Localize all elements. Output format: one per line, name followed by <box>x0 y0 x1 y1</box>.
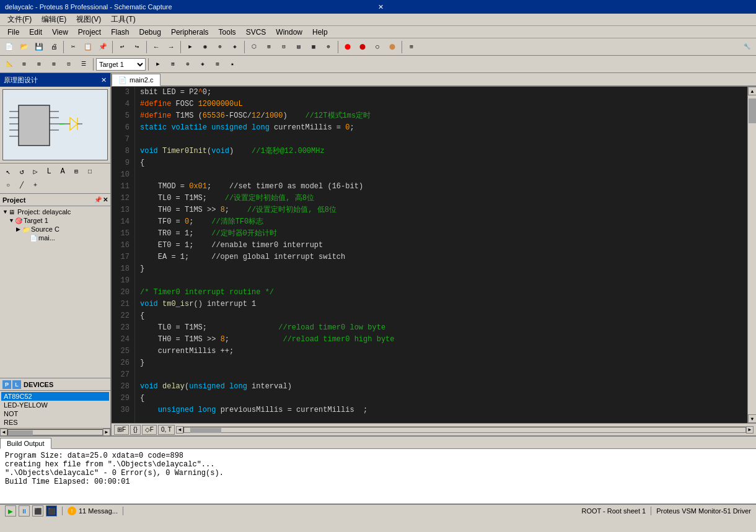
tb-b2[interactable]: ◉ <box>198 40 212 54</box>
tree-project-root[interactable]: ▼ 🖥 Project: delaycalc <box>1 207 109 216</box>
tb-b7[interactable]: ⊟ <box>277 40 291 54</box>
menu-tool-cn[interactable]: 工具(T) <box>106 13 140 26</box>
code-tab-main2c[interactable]: 📄 main2.c <box>112 74 160 86</box>
bt-btn-f[interactable]: ⊞F <box>114 425 129 435</box>
tb-b5[interactable]: ⬡ <box>247 40 261 54</box>
tb-b3[interactable]: ⊕ <box>213 40 227 54</box>
menu-peripherals[interactable]: Peripherals <box>166 27 214 38</box>
device-at89c52[interactable]: AT89C52 <box>1 392 109 401</box>
scroll-right-btn[interactable]: ▶ <box>103 429 110 436</box>
tb-redo[interactable]: ↪ <box>130 40 144 54</box>
bt-btn-diamond[interactable]: ◇F <box>142 425 157 435</box>
device-res[interactable]: RES <box>1 418 109 427</box>
tb-paste[interactable]: 📌 <box>96 40 110 54</box>
tb-b1[interactable]: ▶ <box>183 40 197 54</box>
pause-btn[interactable]: ⏸ <box>19 505 30 517</box>
lt-arrow[interactable]: ↖ <box>1 165 15 178</box>
title-close[interactable]: ✕ <box>378 3 751 11</box>
tb-new[interactable]: 📄 <box>2 40 16 54</box>
scroll-up-btn[interactable]: ▲ <box>748 87 756 95</box>
tb-r2b3[interactable]: ⊞ <box>32 58 46 71</box>
devices-tab-p[interactable]: P <box>2 380 11 389</box>
bt-btn-braces[interactable]: {} <box>130 425 141 435</box>
lt-bus[interactable]: ⊞ <box>69 165 83 178</box>
tb-b13[interactable]: ◯ <box>371 40 384 54</box>
tb-b16[interactable]: 🔧 <box>740 40 754 54</box>
menu-edit[interactable]: Edit <box>24 27 47 38</box>
lt-circle[interactable]: ○ <box>1 178 15 192</box>
tb-cut[interactable]: ✂ <box>66 40 80 54</box>
tb-r2b10[interactable]: ◈ <box>196 58 209 71</box>
tb-r2b4[interactable]: ⊞ <box>47 58 61 71</box>
menu-file-cn[interactable]: 文件(F) <box>2 13 37 26</box>
code-scroll-right[interactable]: ▶ <box>746 426 754 434</box>
menu-svcs[interactable]: SVCS <box>241 27 271 38</box>
lt-gate[interactable]: ▷ <box>29 165 42 178</box>
tb-copy[interactable]: 📋 <box>81 40 95 54</box>
tb-b9[interactable]: ▦ <box>307 40 320 54</box>
device-led-yellow[interactable]: LED-YELLOW <box>1 401 109 409</box>
tb-b14[interactable]: ⬤ <box>385 40 399 54</box>
tree-main[interactable]: 📄 mai... <box>1 233 109 242</box>
tb-r2b11[interactable]: ⊞ <box>211 58 224 71</box>
tb-schematic[interactable]: 📐 <box>2 58 16 71</box>
code-scroll-thumb[interactable] <box>190 428 221 433</box>
tree-source[interactable]: ▶ 📁 Source C <box>1 225 109 233</box>
tb-forward[interactable]: → <box>164 40 178 54</box>
tb-b6[interactable]: ⊞ <box>262 40 276 54</box>
tb-r2b8[interactable]: ⊠ <box>166 58 180 71</box>
lt-label[interactable]: L <box>42 165 56 178</box>
tb-b8[interactable]: ▤ <box>292 40 305 54</box>
stop-btn[interactable]: ⬛ <box>32 505 43 517</box>
tb-b11[interactable]: ⬤ <box>341 40 354 54</box>
tb-r2b6[interactable]: ☰ <box>77 58 90 71</box>
menu-project[interactable]: Project <box>73 27 106 38</box>
bt-btn-coord[interactable]: 0, T <box>158 425 175 435</box>
play-btn[interactable]: ▶ <box>5 505 16 517</box>
tb-save[interactable]: 💾 <box>32 40 46 54</box>
project-pin[interactable]: 📌 <box>94 196 102 203</box>
scroll-thumb-h[interactable] <box>8 430 33 435</box>
step-btn[interactable]: ⬛ <box>46 505 57 517</box>
tb-r2b7[interactable]: ▶ <box>151 58 165 71</box>
code-text[interactable]: sbit LED = P2^0; #define FOSC 12000000uL… <box>135 87 747 423</box>
scroll-thumb-v[interactable] <box>749 98 756 123</box>
tb-b10[interactable]: ⊕ <box>322 40 335 54</box>
lt-box[interactable]: □ <box>83 165 97 178</box>
tb-r2b9[interactable]: ⊕ <box>181 58 195 71</box>
scroll-left-btn[interactable]: ◀ <box>0 429 7 436</box>
tb-r2b12[interactable]: ★ <box>226 58 239 71</box>
build-output-tab[interactable]: Build Output <box>0 438 51 449</box>
tb-open[interactable]: 📂 <box>17 40 31 54</box>
menu-view[interactable]: View <box>47 27 73 38</box>
menu-tools[interactable]: Tools <box>214 27 241 38</box>
project-close-btn[interactable]: ✕ <box>103 196 108 203</box>
tb-b4[interactable]: ◈ <box>228 40 242 54</box>
lt-marker[interactable]: + <box>29 178 42 192</box>
tb-undo[interactable]: ↩ <box>115 40 129 54</box>
tb-b12[interactable]: ⬤ <box>356 40 369 54</box>
lt-line[interactable]: ╱ <box>15 178 29 192</box>
menu-debug[interactable]: Debug <box>134 27 166 38</box>
menu-edit-cn[interactable]: 编辑(E) <box>37 13 71 26</box>
lt-text[interactable]: A <box>56 165 69 178</box>
menu-file[interactable]: File <box>2 27 24 38</box>
tb-b15[interactable]: ⊞ <box>405 40 418 54</box>
device-not[interactable]: NOT <box>1 409 109 418</box>
devices-tab-l[interactable]: L <box>12 380 21 389</box>
code-scroll-left[interactable]: ◀ <box>176 426 183 434</box>
target-dropdown[interactable]: Target 1 <box>96 58 146 71</box>
tb-r2b5[interactable]: ⊡ <box>62 58 76 71</box>
menu-help[interactable]: Help <box>307 27 333 38</box>
tb-r2b2[interactable]: ⊞ <box>17 58 31 71</box>
menu-window[interactable]: Window <box>271 27 307 38</box>
menu-flash[interactable]: Flash <box>106 27 134 38</box>
tb-print[interactable]: 🖨 <box>47 40 61 54</box>
menu-view-cn[interactable]: 视图(V) <box>71 13 106 26</box>
tb-back[interactable]: ← <box>149 40 163 54</box>
lt-junction[interactable]: ↺ <box>15 165 29 178</box>
tree-target1[interactable]: ▼ 🎯 Target 1 <box>1 216 109 225</box>
status-messages[interactable]: ! 11 Messag... <box>63 507 123 515</box>
scroll-down-btn[interactable]: ▼ <box>748 414 756 423</box>
schematic-close[interactable]: ✕ <box>101 76 107 84</box>
